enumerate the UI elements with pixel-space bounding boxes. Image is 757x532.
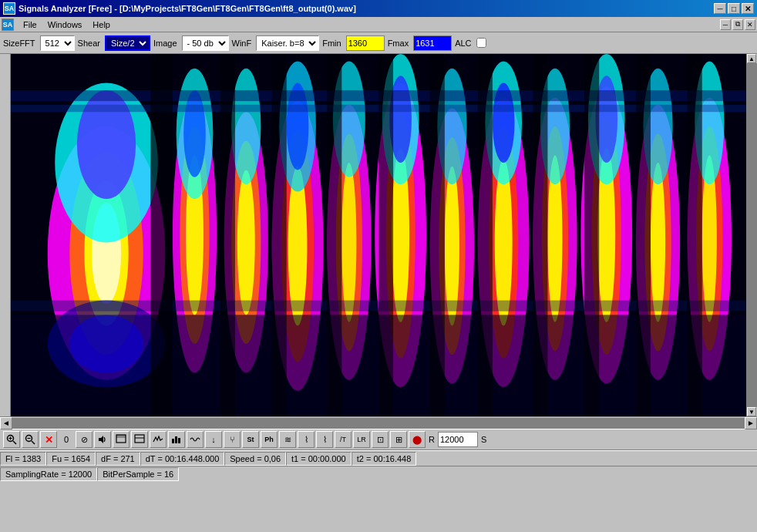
status-bar: Fl = 1383 Fu = 1654 dF = 271 dT = 00:16.…: [0, 450, 757, 466]
svg-rect-62: [150, 54, 173, 416]
slash-t-btn[interactable]: /T: [335, 431, 352, 448]
scroll-track-h[interactable]: [12, 418, 745, 429]
alc-label: ALC: [455, 39, 471, 48]
svg-point-61: [69, 315, 143, 372]
speed-segment: Speed = 0,06: [224, 452, 286, 466]
alc-checkbox[interactable]: [476, 38, 486, 48]
svg-rect-70: [584, 54, 599, 416]
spectrogram-visual: ▲ ▼: [0, 54, 757, 416]
left-ruler: [0, 54, 11, 416]
menu-windows[interactable]: Windows: [43, 19, 87, 31]
title-bar: SA Signals Analyzer [Free] - [D:\MyProje…: [0, 0, 757, 17]
menu-minimize-btn[interactable]: ─: [720, 19, 731, 30]
fi-segment: Fl = 1383: [0, 452, 46, 466]
svg-rect-64: [272, 54, 287, 416]
shear-select[interactable]: Size/2: [105, 35, 150, 51]
rate-input[interactable]: [438, 432, 478, 447]
no-icon-btn[interactable]: ⊘: [76, 431, 93, 448]
svg-rect-66: [378, 54, 393, 416]
t1-segment: t1 = 00:00.000: [286, 452, 352, 466]
image-select[interactable]: - 50 db: [182, 35, 229, 51]
image-label: Image: [153, 39, 177, 48]
s-label: S: [481, 435, 486, 444]
h-scrollbar: ◄ ►: [0, 416, 757, 429]
menu-bar: SA File Windows Help ─ ⧉ ✕: [0, 17, 757, 32]
menu-logo: SA: [2, 19, 14, 31]
info-bar: SamplingRate = 12000 BitPerSample = 16: [0, 466, 757, 481]
t2-segment: t2 = 00:16.448: [352, 452, 417, 466]
svg-rect-83: [135, 435, 144, 443]
chart-wave-btn[interactable]: [150, 431, 167, 448]
df-segment: dF = 271: [96, 452, 140, 466]
multi-wave-btn[interactable]: ≋: [279, 431, 296, 448]
down-arrow-btn[interactable]: ↓: [205, 431, 222, 448]
menu-restore-btn[interactable]: ⧉: [732, 19, 743, 30]
zoom-in-button[interactable]: [3, 431, 20, 448]
r-label: R: [429, 435, 435, 444]
st-btn[interactable]: St: [242, 431, 259, 448]
bit-per-sample-segment: BitPerSample = 16: [97, 467, 179, 481]
right-scrollbar[interactable]: ▲ ▼: [746, 54, 757, 416]
screen1-btn[interactable]: [113, 431, 130, 448]
ph-btn[interactable]: Ph: [261, 431, 278, 448]
svg-point-50: [651, 163, 665, 322]
dt-segment: dT = 00:16.448.000: [140, 452, 225, 466]
svg-rect-68: [478, 54, 493, 416]
svg-rect-87: [178, 438, 180, 443]
stop-button[interactable]: ✕: [40, 431, 57, 448]
svg-point-14: [237, 170, 255, 315]
chart-bar-btn[interactable]: [168, 431, 185, 448]
pulse-btn[interactable]: ⌇: [316, 431, 333, 448]
zoom-out-button[interactable]: [22, 431, 39, 448]
sampling-rate-segment: SamplingRate = 12000: [0, 467, 97, 481]
box1-btn[interactable]: ⊡: [372, 431, 389, 448]
scroll-track-v: [747, 63, 757, 407]
close-button[interactable]: ✕: [742, 3, 754, 14]
rec-btn[interactable]: ⬤: [409, 431, 426, 448]
svg-point-15: [231, 69, 261, 184]
toolbar: SizeFFT 512 Shear Size/2 Image - 50 db W…: [0, 32, 757, 54]
svg-rect-65: [327, 54, 341, 416]
svg-point-11: [183, 90, 206, 177]
spectrogram-container: ▲ ▼: [0, 54, 757, 416]
spectrum-btn[interactable]: ⌇: [298, 431, 315, 448]
screen2-btn[interactable]: [131, 431, 148, 448]
winf-label: WinF: [232, 39, 252, 48]
scroll-right-btn[interactable]: ►: [745, 417, 757, 429]
shear-label: Shear: [78, 39, 100, 48]
counter-display: 0: [59, 433, 74, 446]
svg-rect-85: [172, 439, 174, 443]
menu-close-btn[interactable]: ✕: [745, 19, 755, 30]
speaker-btn[interactable]: [94, 431, 111, 448]
title-text: Signals Analyzer [Free] - [D:\MyProjects…: [19, 4, 714, 13]
fmax-label: Fmax: [388, 39, 409, 48]
svg-rect-86: [175, 436, 177, 443]
spectrogram-svg: [11, 54, 746, 416]
fmax-input[interactable]: [413, 35, 452, 51]
menu-help[interactable]: Help: [88, 19, 115, 31]
title-buttons: ─ □ ✕: [714, 3, 754, 14]
bottom-toolbar: ✕ 0 ⊘ ↓ ⑂ St Ph ≋ ⌇ ⌇ /T LR ⊡ ⊞ ⬤ R S: [0, 429, 757, 450]
maximize-button[interactable]: □: [728, 3, 740, 14]
menu-file[interactable]: File: [19, 19, 42, 31]
lr-btn[interactable]: LR: [353, 431, 370, 448]
svg-line-74: [13, 441, 16, 444]
fmin-label: Fmin: [322, 39, 341, 48]
svg-rect-63: [220, 54, 235, 416]
fmin-input[interactable]: [346, 35, 385, 51]
title-logo: SA: [3, 2, 15, 15]
svg-point-23: [341, 163, 356, 322]
svg-marker-80: [99, 436, 103, 443]
sizefft-label: SizeFFT: [3, 39, 35, 48]
scroll-left-btn[interactable]: ◄: [0, 417, 12, 429]
box2-btn[interactable]: ⊞: [390, 431, 407, 448]
minimize-button[interactable]: ─: [714, 3, 726, 14]
wave-btn[interactable]: [187, 431, 204, 448]
scroll-down-btn[interactable]: ▼: [747, 407, 756, 416]
scroll-up-btn[interactable]: ▲: [747, 54, 756, 63]
svg-rect-69: [533, 54, 547, 416]
winf-select[interactable]: Kaiser. b=8: [256, 35, 319, 51]
sizefft-select[interactable]: 512: [40, 35, 75, 51]
fork-btn[interactable]: ⑂: [224, 431, 241, 448]
svg-rect-67: [430, 54, 445, 416]
